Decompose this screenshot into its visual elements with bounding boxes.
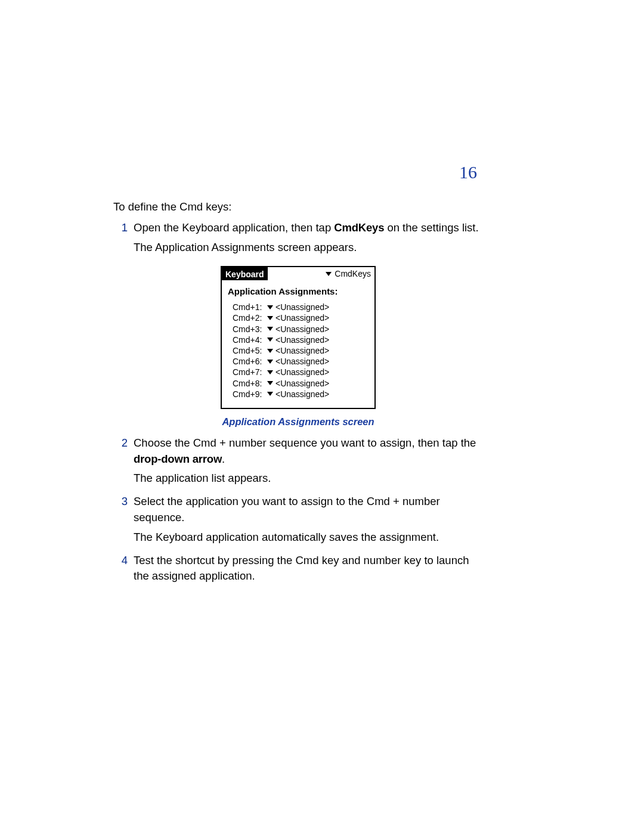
dropdown-icon (267, 337, 273, 342)
step-number: 1 (113, 220, 128, 259)
main-content: To define the Cmd keys: 1 Open the Keybo… (113, 199, 483, 592)
palm-titlebar: Keyboard CmdKeys (222, 267, 374, 280)
cmd-key-label: Cmd+1: (233, 302, 267, 312)
palm-assignment-row: Cmd+7:<Unassigned> (233, 367, 369, 377)
palm-app-title: Keyboard (222, 267, 268, 280)
cmd-key-label: Cmd+5: (233, 345, 267, 356)
assignment-dropdown[interactable]: <Unassigned> (267, 335, 329, 345)
palm-rows: Cmd+1:<Unassigned>Cmd+2:<Unassigned>Cmd+… (228, 302, 369, 400)
palm-menu-dropdown[interactable]: CmdKeys (326, 267, 374, 280)
assignment-dropdown[interactable]: <Unassigned> (267, 312, 329, 323)
cmd-key-label: Cmd+6: (233, 356, 267, 367)
cmd-key-label: Cmd+2: (233, 312, 267, 323)
dropdown-icon (267, 360, 273, 364)
dropdown-icon (326, 272, 332, 276)
assignment-value: <Unassigned> (275, 378, 329, 389)
step-2-bold: drop-down arrow (134, 453, 222, 465)
cmd-key-label: Cmd+4: (233, 335, 267, 345)
page-number: 16 (459, 162, 477, 182)
dropdown-icon (267, 392, 273, 396)
palm-assignment-row: Cmd+9:<Unassigned> (233, 389, 369, 400)
cmd-key-label: Cmd+8: (233, 378, 267, 389)
step-3-text: Select the application you want to assig… (134, 494, 483, 526)
assignment-value: <Unassigned> (275, 345, 329, 356)
assignment-value: <Unassigned> (275, 367, 329, 377)
step-1-text-pre: Open the Keyboard application, then tap (134, 221, 334, 234)
step-1: 1 Open the Keyboard application, then ta… (113, 220, 483, 259)
step-1-text-post: on the settings list. (384, 221, 478, 234)
assignment-dropdown[interactable]: <Unassigned> (267, 389, 329, 400)
step-4: 4 Test the shortcut by pressing the Cmd … (113, 553, 483, 589)
step-1-result: The Application Assignments screen appea… (134, 240, 483, 256)
palm-assignment-row: Cmd+2:<Unassigned> (233, 312, 369, 323)
cmd-key-label: Cmd+9: (233, 389, 267, 400)
dropdown-icon (267, 316, 273, 320)
dropdown-icon (267, 305, 273, 309)
assignment-dropdown[interactable]: <Unassigned> (267, 378, 329, 389)
palm-section-heading: Application Assignments: (228, 285, 369, 298)
step-3: 3 Select the application you want to ass… (113, 494, 483, 549)
assignment-dropdown[interactable]: <Unassigned> (267, 345, 329, 356)
step-3-result: The Keyboard application automatically s… (134, 529, 483, 546)
step-number: 4 (113, 553, 128, 589)
palm-assignment-row: Cmd+8:<Unassigned> (233, 378, 369, 389)
assignment-dropdown[interactable]: <Unassigned> (267, 302, 329, 312)
dropdown-icon (267, 381, 273, 385)
assignment-value: <Unassigned> (275, 356, 329, 367)
assignment-value: <Unassigned> (275, 302, 329, 312)
step-2-result: The application list appears. (134, 470, 483, 487)
palm-assignment-row: Cmd+3:<Unassigned> (233, 324, 369, 335)
step-number: 2 (113, 435, 128, 490)
assignment-value: <Unassigned> (275, 312, 329, 323)
assignment-dropdown[interactable]: <Unassigned> (267, 356, 329, 367)
dropdown-icon (267, 327, 273, 331)
cmd-key-label: Cmd+3: (233, 324, 267, 335)
assignment-value: <Unassigned> (275, 335, 329, 345)
palm-assignment-row: Cmd+6:<Unassigned> (233, 356, 369, 367)
step-number: 3 (113, 494, 128, 549)
assignment-dropdown[interactable]: <Unassigned> (267, 324, 329, 335)
step-2-text-pre: Choose the Cmd + number sequence you wan… (134, 436, 476, 449)
step-2: 2 Choose the Cmd + number sequence you w… (113, 435, 483, 490)
palm-menu-label: CmdKeys (335, 268, 371, 280)
dropdown-icon (267, 349, 273, 353)
intro-text: To define the Cmd keys: (113, 199, 483, 215)
palm-assignment-row: Cmd+5:<Unassigned> (233, 345, 369, 356)
step-4-text: Test the shortcut by pressing the Cmd ke… (134, 553, 483, 585)
step-1-bold: CmdKeys (334, 221, 384, 234)
step-2-text-post: . (222, 453, 225, 465)
assignment-value: <Unassigned> (275, 389, 329, 400)
dropdown-icon (267, 370, 273, 374)
screenshot-caption: Application Assignments screen (113, 415, 483, 429)
cmd-key-label: Cmd+7: (233, 367, 267, 377)
assignment-value: <Unassigned> (275, 324, 329, 335)
palm-assignment-row: Cmd+1:<Unassigned> (233, 302, 369, 312)
assignment-dropdown[interactable]: <Unassigned> (267, 367, 329, 377)
palm-assignment-row: Cmd+4:<Unassigned> (233, 335, 369, 345)
palm-screenshot: Keyboard CmdKeys Application Assignments… (221, 266, 376, 408)
